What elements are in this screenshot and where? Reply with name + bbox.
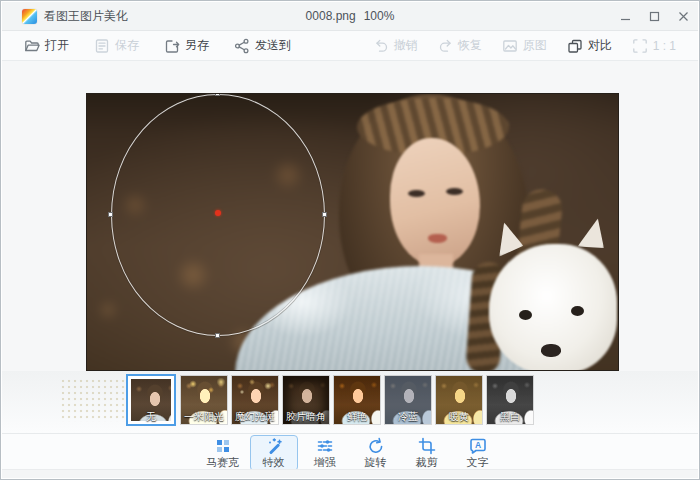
filter-label: 魔幻光斑 [232,411,278,422]
photo-woman-eye-right [446,188,463,195]
photo-woman-eye-left [408,190,425,197]
compare-label: 对比 [588,37,612,54]
tool-text[interactable]: A 文字 [454,435,502,471]
original-image-icon [502,38,518,54]
app-logo-icon [22,9,37,24]
filter-thumb-sunshine[interactable]: 一米阳光 [181,376,227,424]
redo-icon [438,38,453,53]
send-to-icon [234,38,250,54]
window-bottom-strip [2,469,698,478]
top-toolbar: 打开 保存 另存 发送到 撤销 恢复 [2,31,698,61]
original-image-label: 原图 [523,37,547,54]
one-to-one-icon [632,38,648,54]
selection-center-red-dot[interactable] [215,210,221,216]
photo-dog-nose [541,344,561,357]
filter-label: 冷蓝 [385,411,431,422]
selection-handle-left[interactable] [108,212,113,217]
selection-handle-right[interactable] [322,212,327,217]
text-icon: A [469,437,487,455]
original-image-button[interactable]: 原图 [502,37,547,54]
rotate-icon [367,437,385,455]
photo-dog-eye-left [519,310,532,320]
undo-button[interactable]: 撤销 [374,37,418,54]
magic-wand-icon [265,437,283,455]
filter-label: 鲜艳 [334,411,380,422]
crop-icon [418,437,436,455]
tool-crop[interactable]: 裁剪 [403,435,451,471]
photo-canvas[interactable] [86,93,619,371]
app-title: 看图王图片美化 [44,8,128,25]
tool-rotate[interactable]: 旋转 [352,435,400,471]
tool-label: 马赛克 [206,456,239,468]
folder-open-icon [24,38,40,54]
filter-label: 胶片暗角 [283,411,329,422]
bottom-tool-dock: 马赛克 特效 增强 旋转 裁剪 A 文字 [2,433,698,471]
tool-label: 裁剪 [416,456,438,468]
redo-button[interactable]: 恢复 [438,37,482,54]
filter-filmstrip: 无 一米阳光 魔幻光斑 胶片暗角 鲜艳 冷蓝 [126,374,533,426]
tool-label: 旋转 [365,456,387,468]
one-to-one-label: 1 : 1 [653,39,676,53]
background-dot-pattern [60,378,128,422]
tool-enhance[interactable]: 增强 [301,435,349,471]
mosaic-icon [214,437,232,455]
save-as-button[interactable]: 另存 [164,37,209,54]
tool-mosaic[interactable]: 马赛克 [199,435,247,471]
compare-button[interactable]: 对比 [567,37,612,54]
filter-thumb-film-vignette[interactable]: 胶片暗角 [283,376,329,424]
tool-effects[interactable]: 特效 [250,435,298,471]
one-to-one-button[interactable]: 1 : 1 [632,38,676,54]
filter-label: 一米阳光 [181,411,227,422]
open-button[interactable]: 打开 [24,37,69,54]
app-window: 看图王图片美化 0008.png100% 打开 保存 另存 [0,0,700,480]
photo-dog-eye-right [571,306,584,316]
open-label: 打开 [45,37,69,54]
filter-label: 暖黄 [436,411,482,422]
save-button[interactable]: 保存 [94,37,139,54]
filter-label: 无 [128,411,174,422]
tool-label: 特效 [263,456,285,468]
svg-text:A: A [474,440,480,450]
filter-thumb-none[interactable]: 无 [126,374,176,426]
filter-thumb-warm-yellow[interactable]: 暖黄 [436,376,482,424]
filter-thumb-magic-bokeh[interactable]: 魔幻光斑 [232,376,278,424]
filter-label: 黑白 [487,411,533,422]
undo-label: 撤销 [394,37,418,54]
compare-icon [567,38,583,54]
photo-dog [479,222,619,371]
filter-thumb-black-white[interactable]: 黑白 [487,376,533,424]
save-icon [94,38,110,54]
filter-thumb-cool-blue[interactable]: 冷蓝 [385,376,431,424]
tool-label: 增强 [314,456,336,468]
send-to-button[interactable]: 发送到 [234,37,291,54]
selection-handle-bottom[interactable] [215,333,220,338]
enhance-sliders-icon [316,437,334,455]
selection-handle-top[interactable] [215,93,220,96]
tool-label: 文字 [467,456,489,468]
zoom-level: 100% [364,9,395,23]
redo-label: 恢复 [458,37,482,54]
send-to-label: 发送到 [255,37,291,54]
document-name: 0008.png [306,9,356,23]
photo-dog-ear-left [492,219,525,256]
editor-canvas: 无 一米阳光 魔幻光斑 胶片暗角 鲜艳 冷蓝 [2,62,698,433]
undo-icon [374,38,389,53]
maximize-button[interactable] [640,2,669,30]
close-button[interactable] [669,2,698,30]
save-as-label: 另存 [185,37,209,54]
photo-woman-lips [428,234,447,243]
title-bar: 看图王图片美化 0008.png100% [2,2,698,31]
minimize-button[interactable] [611,2,640,30]
filter-thumb-vivid[interactable]: 鲜艳 [334,376,380,424]
save-label: 保存 [115,37,139,54]
save-as-icon [164,38,180,54]
